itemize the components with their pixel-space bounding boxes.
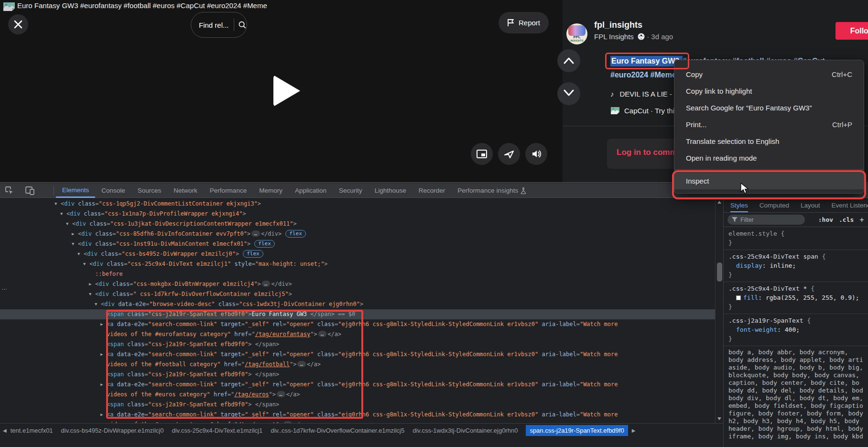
dom-row[interactable]: ▼<div class="css-1u3jkat-DivDescriptionC…: [0, 219, 723, 229]
dom-row[interactable]: <span class="css-j2a19r-SpanText efbd9f0…: [0, 309, 723, 319]
expand-arrow-icon[interactable]: ▶: [100, 410, 103, 420]
breadcrumb-item[interactable]: div.css-1wdx3tj-DivContainer.ejg0rhn0: [412, 427, 518, 434]
music-row[interactable]: ♪DEVIL IS A LIE -: [610, 90, 672, 98]
context-menu-item-search-google-for-euro-fantasy-gw[interactable]: Search Google for “Euro Fantasy GW3”: [674, 99, 864, 116]
dom-row[interactable]: ▼<div class=" css-1d7krfw-DivOverflowCon…: [0, 289, 723, 299]
collapse-arrow-icon[interactable]: ▼: [54, 199, 57, 209]
dom-row[interactable]: ▶<a data-e2e="search-common-link" target…: [0, 319, 723, 329]
collapse-arrow-icon[interactable]: ▼: [77, 249, 80, 259]
theater-mode-button[interactable]: [498, 143, 520, 165]
collapse-arrow-icon[interactable]: ▼: [66, 219, 68, 229]
volume-button[interactable]: [525, 143, 547, 165]
tab-performance[interactable]: Performance: [204, 183, 253, 198]
styles-tab-event-listeners[interactable]: Event Listeners: [832, 202, 868, 209]
context-menu-item-copy-link-to-highlight[interactable]: Copy link to highlight: [674, 83, 864, 99]
dom-row[interactable]: videos of the #eurofantasy category" hre…: [0, 329, 723, 339]
search-icon[interactable]: [238, 20, 247, 30]
breadcrumb-item[interactable]: div..css-1d7krfw-DivOverflowContainer.e1…: [271, 427, 404, 434]
collapsed-content-ellipsis[interactable]: …: [262, 281, 271, 287]
follow-button[interactable]: Follow: [835, 22, 868, 40]
toggle-[interactable]: +: [859, 215, 864, 224]
collapse-arrow-icon[interactable]: ▼: [60, 209, 63, 219]
context-menu-item-inspect[interactable]: Inspect: [674, 173, 864, 189]
collapse-arrow-icon[interactable]: ▼: [89, 289, 91, 299]
dom-row[interactable]: videos of the #capcut category" href="/t…: [0, 420, 723, 423]
tab-elements[interactable]: Elements: [56, 183, 95, 198]
toggle-cls[interactable]: .cls: [839, 216, 854, 223]
collapse-arrow-icon[interactable]: ▼: [83, 259, 86, 269]
scroll-up-arrow-icon[interactable]: [717, 201, 721, 204]
breadcrumb-item[interactable]: div.css-25c9x4-DivText.e1mzilcj1: [172, 427, 262, 434]
flex-badge[interactable]: flex: [254, 240, 275, 248]
dom-row[interactable]: ::before: [0, 269, 723, 279]
report-button[interactable]: Report: [499, 12, 549, 33]
video-player-area[interactable]: Euro Fantasy GW3 #eurofantasy #football …: [0, 0, 563, 182]
dom-scrollbar[interactable]: [715, 198, 723, 423]
color-swatch[interactable]: [736, 295, 741, 300]
collapsed-content-ellipsis[interactable]: …: [318, 331, 327, 337]
styles-tab-styles[interactable]: Styles: [730, 202, 748, 212]
dom-row[interactable]: ▼<div class="css-1x1na7p-DivProfileWrapp…: [0, 209, 723, 219]
capcut-label[interactable]: CapCut · Try this: [624, 107, 678, 115]
dom-row[interactable]: ▶<a data-e2e="search-common-link" target…: [0, 349, 723, 360]
tab-network[interactable]: Network: [167, 183, 204, 198]
tab-recorder[interactable]: Recorder: [412, 183, 452, 198]
play-button[interactable]: [273, 75, 300, 107]
tab-console[interactable]: Console: [95, 183, 131, 198]
tab-memory[interactable]: Memory: [253, 183, 289, 198]
dom-row[interactable]: <span class="css-j2a19r-SpanText efbd9f0…: [0, 339, 723, 349]
dom-row[interactable]: videos of the #football category" href="…: [0, 360, 723, 370]
styles-filter-input[interactable]: Filter: [727, 215, 805, 225]
collapse-arrow-icon[interactable]: ▼: [95, 299, 97, 309]
miniplayer-button[interactable]: [471, 143, 493, 165]
capcut-row[interactable]: CapCut · Try this: [610, 107, 678, 115]
tab-sources[interactable]: Sources: [131, 183, 168, 198]
css-rule[interactable]: element.style {}: [724, 227, 868, 250]
dom-row[interactable]: ▼<div data-e2e="browse-video-desc" class…: [0, 299, 723, 309]
avatar[interactable]: FPL INSIGHTS: [566, 23, 587, 44]
dom-tree[interactable]: ▼<div class="css-1qp5gj2-DivCommentListC…: [0, 198, 723, 423]
tab-application[interactable]: Application: [289, 183, 333, 198]
dom-row[interactable]: videos of the #euros category" href="/ta…: [0, 390, 723, 400]
css-rule[interactable]: .css-25c9x4-DivText * {fill: rgba(255, 2…: [724, 282, 868, 314]
context-menu-item-copy[interactable]: CopyCtrl+C: [674, 66, 864, 83]
collapsed-content-ellipsis[interactable]: …: [297, 361, 306, 367]
context-menu-item-translate-selection-to-english[interactable]: Translate selection to English: [674, 133, 864, 150]
dom-row[interactable]: ▶<div class="css-85dfh6-DivInfoContainer…: [0, 229, 723, 239]
body-selector-block[interactable]: body a, body abbr, body acronym,body add…: [724, 346, 868, 440]
collapsed-content-ellipsis[interactable]: …: [251, 230, 260, 237]
css-rule[interactable]: .css-j2a19r-SpanText {font-weight: 400;}: [724, 314, 868, 346]
username[interactable]: fpl_insights: [594, 20, 642, 30]
breadcrumb-item[interactable]: tent.e1mecfx01: [11, 427, 53, 434]
dom-row[interactable]: <span class="css-j2a19r-SpanText efbd9f0…: [0, 370, 723, 380]
row-overflow-ellipsis[interactable]: …: [1, 284, 8, 291]
context-menu-item-open-in-reading-mode[interactable]: Open in reading mode: [674, 150, 864, 166]
dom-row[interactable]: <span class="css-j2a19r-SpanText efbd9f0…: [0, 400, 723, 410]
dom-row[interactable]: ▼<div class="css-bs495z-DivWrapper e1mzi…: [0, 249, 723, 259]
device-toolbar-icon[interactable]: [25, 186, 35, 196]
previous-video-button[interactable]: [557, 49, 580, 72]
find-related-search[interactable]: Find rel...: [191, 12, 247, 38]
dom-row[interactable]: ▶<div class="css-mokgbx-DivBtnWrapper e1…: [0, 279, 723, 289]
breadcrumb-scroll-left-icon[interactable]: ◀: [3, 428, 7, 433]
styles-tab-computed[interactable]: Computed: [760, 202, 789, 209]
inspect-element-icon[interactable]: [5, 186, 14, 196]
expand-arrow-icon[interactable]: ▶: [100, 319, 103, 329]
tab-security[interactable]: Security: [333, 183, 369, 198]
collapsed-content-ellipsis[interactable]: …: [277, 391, 285, 397]
breadcrumb-scroll-right-icon[interactable]: ▶: [632, 428, 636, 433]
elements-dom-pane[interactable]: ▼<div class="css-1qp5gj2-DivCommentListC…: [0, 198, 723, 447]
breadcrumb-item[interactable]: span.css-j2a19r-SpanText.efbd9f0: [526, 425, 628, 436]
dom-row[interactable]: ▼<div class="css-1nst91u-DivMainContent …: [0, 239, 723, 249]
dom-row[interactable]: ▼<div class="css-25c9x4-DivText e1mzilcj…: [0, 259, 723, 269]
tab-performance-insights[interactable]: Performance insights: [451, 183, 532, 198]
flex-badge[interactable]: flex: [285, 230, 306, 238]
flex-badge[interactable]: flex: [243, 250, 263, 258]
hashtags-line2[interactable]: #euro2024 #Meme: [610, 71, 676, 79]
context-menu-item-print[interactable]: Print...Ctrl+P: [674, 116, 864, 133]
dom-row[interactable]: ▶<a data-e2e="search-common-link" target…: [0, 410, 723, 420]
expand-arrow-icon[interactable]: ▶: [72, 229, 74, 239]
music-title[interactable]: DEVIL IS A LIE -: [620, 90, 673, 98]
dom-row[interactable]: ▼<div class="css-1qp5gj2-DivCommentListC…: [0, 199, 723, 209]
tab-lighthouse[interactable]: Lighthouse: [369, 183, 412, 198]
